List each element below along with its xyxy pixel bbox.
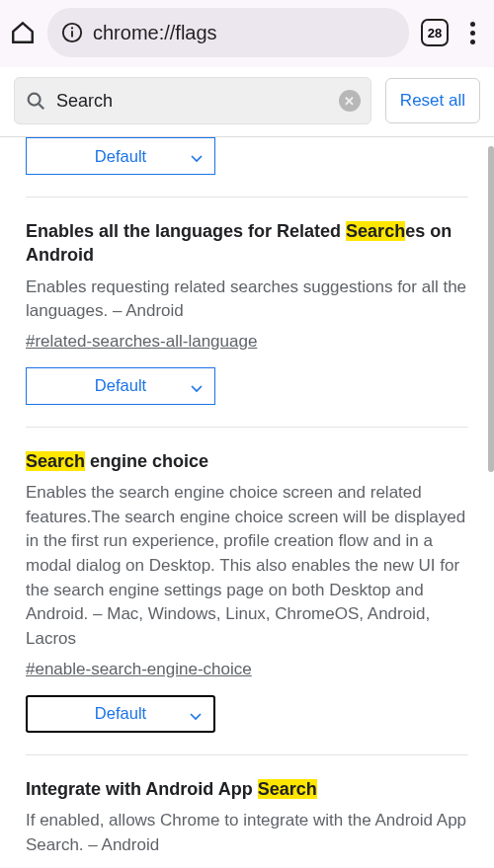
omnibox-url: chrome://flags: [93, 22, 217, 44]
search-input[interactable]: Search: [56, 91, 113, 112]
flag-anchor-link[interactable]: #related-searches-all-language: [26, 332, 257, 352]
clear-search-icon[interactable]: ✕: [339, 90, 361, 112]
browser-top-bar: chrome://flags 28: [0, 0, 494, 67]
flag-description: If enabled, allows Chrome to integrate w…: [26, 809, 468, 857]
flag-title: Enables all the languages for Related Se…: [26, 219, 468, 268]
scrollbar-thumb[interactable]: [488, 146, 494, 472]
chevron-down-icon: [191, 380, 203, 392]
flag-item: Integrate with Android App SearchIf enab…: [26, 755, 468, 867]
menu-button[interactable]: [460, 22, 484, 44]
flag-title: Search engine choice: [26, 449, 468, 473]
flag-title: Integrate with Android App Search: [26, 777, 468, 801]
flag-description: Enables requesting related searches sugg…: [26, 276, 468, 324]
flag-item: Enables all the languages for Related Se…: [26, 197, 468, 428]
search-icon: [25, 90, 46, 112]
svg-line-4: [39, 104, 43, 109]
select-value: Default: [95, 704, 146, 723]
select-value: Default: [95, 147, 146, 166]
tab-switcher-button[interactable]: 28: [421, 19, 449, 46]
svg-point-2: [71, 27, 73, 29]
home-icon[interactable]: [10, 20, 36, 45]
svg-point-3: [29, 94, 41, 106]
chevron-down-icon: [190, 708, 202, 720]
flag-description: Enables the search engine choice screen …: [26, 481, 468, 651]
tab-count-value: 28: [428, 26, 442, 40]
flag-partial: Default: [26, 137, 468, 197]
reset-all-button[interactable]: Reset all: [385, 78, 480, 123]
flags-toolbar: Search ✕ Reset all: [0, 67, 494, 137]
select-value: Default: [95, 376, 146, 395]
flags-search-box[interactable]: Search ✕: [14, 77, 371, 124]
flag-anchor-link[interactable]: #android-app-integration: [26, 865, 208, 867]
flag-select[interactable]: Default: [26, 695, 215, 733]
highlight: Search: [26, 451, 85, 471]
flag-select[interactable]: Default: [26, 137, 215, 175]
flag-item: Search engine choiceEnables the search e…: [26, 428, 468, 755]
omnibox[interactable]: chrome://flags: [47, 8, 409, 57]
flags-content: Default Enables all the languages for Re…: [0, 137, 494, 867]
chevron-down-icon: [191, 150, 203, 162]
flag-anchor-link[interactable]: #enable-search-engine-choice: [26, 660, 252, 679]
site-info-icon[interactable]: [61, 22, 83, 43]
highlight: Search: [258, 779, 317, 799]
highlight: Search: [346, 221, 405, 241]
flag-select[interactable]: Default: [26, 367, 215, 405]
